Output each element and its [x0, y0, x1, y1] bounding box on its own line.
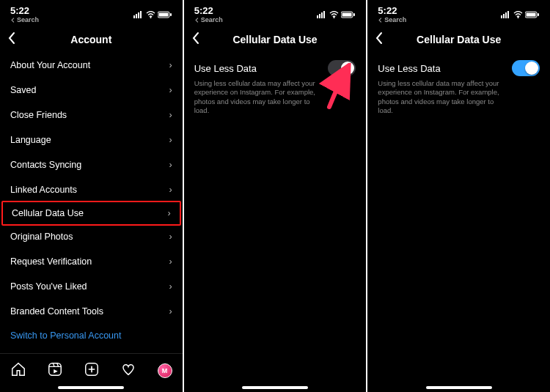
- toggle-use-less-data[interactable]: [328, 60, 356, 76]
- chevron-right-icon: ›: [169, 60, 172, 70]
- phone-cellular-off: 5:22 Search Cellular Data Use Use Less D…: [184, 0, 367, 392]
- back-caret-icon: [194, 18, 199, 23]
- svg-rect-21: [507, 11, 509, 18]
- row-label: Saved: [10, 85, 36, 95]
- row-linked-accounts[interactable]: Linked Accounts ›: [0, 177, 183, 202]
- home-indicator[interactable]: [426, 386, 492, 389]
- chevron-right-icon: ›: [169, 232, 172, 242]
- svg-rect-0: [133, 15, 135, 18]
- row-label: Language: [10, 135, 51, 145]
- tab-home[interactable]: [10, 361, 26, 380]
- home-icon: [10, 361, 26, 377]
- chevron-right-icon: ›: [169, 306, 172, 317]
- svg-rect-7: [170, 13, 172, 16]
- chevron-right-icon: ›: [169, 85, 172, 95]
- svg-rect-2: [138, 12, 139, 18]
- chevron-right-icon: ›: [168, 208, 171, 218]
- setting-use-less-data: Use Less Data Using less cellular data m…: [367, 53, 550, 122]
- status-icons: [317, 11, 356, 18]
- row-label: About Your Account: [10, 60, 90, 70]
- chevron-right-icon: ›: [169, 185, 172, 195]
- status-breadcrumb[interactable]: Search: [194, 17, 223, 23]
- page-title: Account: [70, 34, 111, 45]
- tab-new-post[interactable]: [84, 361, 100, 380]
- row-label: Branded Content Tools: [10, 306, 103, 317]
- link-switch-personal[interactable]: Switch to Personal Account: [0, 324, 183, 347]
- status-icons: [501, 11, 540, 18]
- svg-rect-19: [503, 14, 505, 18]
- svg-point-22: [518, 17, 519, 18]
- nav-header: Cellular Data Use: [184, 26, 367, 53]
- svg-rect-10: [317, 15, 318, 18]
- back-caret-icon: [10, 18, 15, 23]
- back-button[interactable]: [375, 32, 384, 48]
- row-close-friends[interactable]: Close Friends ›: [0, 103, 183, 127]
- toggle-use-less-data[interactable]: [512, 60, 540, 76]
- wifi-icon: [146, 11, 155, 18]
- row-label: Posts You've Liked: [10, 281, 87, 292]
- settings-list: About Your Account › Saved › Close Frien…: [0, 53, 183, 353]
- row-posts-youve-liked[interactable]: Posts You've Liked ›: [0, 274, 183, 299]
- back-button[interactable]: [7, 32, 16, 48]
- chevron-right-icon: ›: [169, 135, 172, 145]
- wifi-icon: [513, 11, 523, 18]
- chevron-left-icon: [7, 32, 16, 45]
- status-time: 5:22: [194, 6, 223, 15]
- battery-icon: [341, 11, 356, 18]
- status-breadcrumb[interactable]: Search: [378, 17, 406, 23]
- toggle-knob: [525, 62, 538, 75]
- setting-description: Using less cellular data may affect your…: [194, 79, 326, 115]
- row-cellular-data-use[interactable]: Cellular Data Use ›: [1, 201, 181, 226]
- svg-rect-12: [321, 12, 323, 18]
- row-about-your-account[interactable]: About Your Account ›: [0, 53, 183, 78]
- tab-profile[interactable]: M: [158, 363, 172, 378]
- status-breadcrumb[interactable]: Search: [10, 17, 39, 23]
- signal-icon: [501, 11, 511, 18]
- svg-rect-3: [140, 11, 142, 18]
- chevron-left-icon: [375, 32, 384, 45]
- svg-rect-16: [342, 13, 352, 17]
- back-button[interactable]: [191, 32, 200, 48]
- signal-icon: [317, 11, 327, 18]
- chevron-right-icon: ›: [169, 256, 172, 267]
- empty-space: [367, 122, 550, 384]
- tab-activity[interactable]: [120, 361, 136, 380]
- svg-rect-20: [505, 12, 507, 18]
- svg-rect-8: [49, 363, 62, 375]
- row-label: Request Verification: [10, 256, 92, 267]
- row-saved[interactable]: Saved ›: [0, 78, 183, 103]
- toggle-knob: [341, 62, 354, 75]
- tab-bar: M: [0, 353, 183, 384]
- row-original-photos[interactable]: Original Photos ›: [0, 224, 183, 249]
- setting-title: Use Less Data: [378, 63, 440, 74]
- setting-description: Using less cellular data may affect your…: [378, 79, 510, 115]
- svg-point-14: [334, 17, 335, 18]
- chevron-right-icon: ›: [169, 281, 172, 292]
- tab-reels[interactable]: [47, 361, 63, 380]
- svg-rect-24: [527, 13, 536, 17]
- battery-icon: [158, 11, 172, 18]
- home-indicator[interactable]: [58, 386, 124, 389]
- svg-rect-11: [319, 14, 320, 18]
- chevron-right-icon: ›: [169, 160, 172, 170]
- row-label: Cellular Data Use: [12, 208, 84, 218]
- setting-title: Use Less Data: [194, 63, 257, 74]
- svg-rect-17: [353, 13, 355, 16]
- row-label: Original Photos: [10, 232, 73, 242]
- wifi-icon: [329, 11, 339, 18]
- page-title: Cellular Data Use: [417, 34, 501, 45]
- svg-rect-6: [158, 13, 168, 17]
- battery-icon: [525, 11, 540, 18]
- home-indicator[interactable]: [242, 386, 308, 389]
- nav-header: Cellular Data Use: [367, 26, 550, 53]
- row-request-verification[interactable]: Request Verification ›: [0, 249, 183, 274]
- status-time: 5:22: [10, 6, 39, 15]
- svg-rect-13: [323, 11, 325, 18]
- row-language[interactable]: Language ›: [0, 127, 183, 152]
- link-switch-creator[interactable]: Switch to Creator Account: [0, 347, 183, 353]
- row-label: Close Friends: [10, 110, 67, 120]
- row-branded-content-tools[interactable]: Branded Content Tools ›: [0, 299, 183, 324]
- svg-rect-1: [136, 14, 137, 18]
- status-bar: 5:22 Search: [184, 0, 367, 23]
- row-contacts-syncing[interactable]: Contacts Syncing ›: [0, 152, 183, 177]
